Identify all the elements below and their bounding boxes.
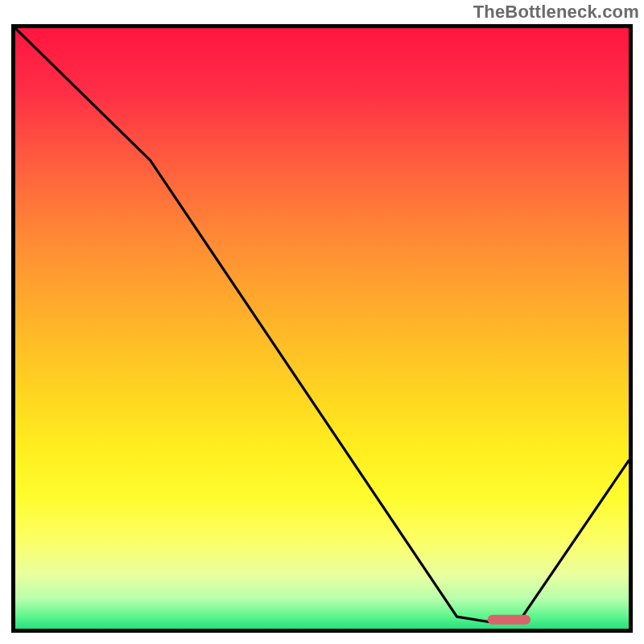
chart-overlay [15, 28, 629, 629]
bottleneck-curve [15, 28, 629, 623]
optimal-marker [488, 615, 530, 625]
watermark-text: TheBottleneck.com [473, 2, 639, 23]
chart-container: TheBottleneck.com [0, 0, 644, 644]
plot-frame [11, 24, 633, 633]
